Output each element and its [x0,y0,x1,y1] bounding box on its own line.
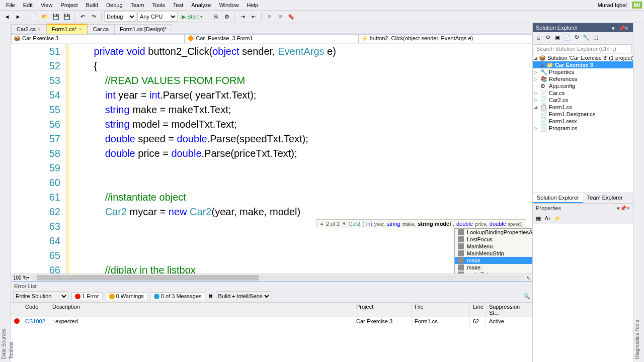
intellisense-popup[interactable]: LookupBindingPropertiesAttribute LostFoc… [454,228,532,274]
solution-search-input[interactable]: Search Solution Explorer (Ctrl+;) [534,44,632,53]
sync-icon[interactable]: ⟳ [544,34,552,42]
alpha-icon[interactable]: A↓ [544,214,552,222]
code-editor[interactable]: 51525354555657585960616263646566 private… [11,44,532,274]
tab-form1[interactable]: Form1.cs*× [46,24,88,34]
tab-form1-design[interactable]: Form1.cs [Design]* [114,24,173,34]
start-button[interactable]: ▶Start▾ [179,14,205,20]
close-icon[interactable]: × [79,27,82,32]
next-overload-icon[interactable]: ▼ [342,221,346,226]
intellisense-item[interactable]: LostFocus [455,236,532,243]
menu-build[interactable]: Build [82,1,102,9]
refresh-icon[interactable]: ↻ [573,34,581,42]
intellisense-item[interactable]: LookupBindingPropertiesAttribute [455,229,532,236]
user-badge[interactable]: MI [632,2,642,9]
tree-form1-cs[interactable]: ◢📋Form1.cs [533,104,633,111]
zoom-level[interactable]: 100 % [13,275,27,281]
menu-team[interactable]: Team [127,1,148,9]
menu-window[interactable]: Window [215,1,243,9]
close-icon[interactable]: × [38,27,41,32]
uncomment-icon[interactable]: ≡ [275,12,285,22]
tree-form1-designer[interactable]: 📄Form1.Designer.cs [533,111,633,118]
properties-icon[interactable]: 🔧 [582,34,590,42]
tree-car2-cs[interactable]: ▷📄Car2.cs [533,97,633,104]
home-icon[interactable]: ⌂ [534,34,542,42]
tab-car[interactable]: Car.cs [88,24,114,34]
comment-icon[interactable]: ≡ [264,12,274,22]
save-icon[interactable]: 💾 [51,12,61,22]
menu-view[interactable]: View [37,1,57,9]
menu-test[interactable]: Test [169,1,187,9]
user-name[interactable]: Murad Iqbal [595,1,630,9]
solution-explorer-header: Solution Explorer ▾📌× [533,23,633,32]
pin-icon[interactable]: 📌 [620,205,627,211]
config-select[interactable]: Debug [104,12,136,22]
new-icon[interactable]: 📄 [29,12,39,22]
menu-debug[interactable]: Debug [102,1,126,9]
horizontal-scrollbar[interactable] [31,275,524,281]
pin-icon[interactable]: 📌 [618,25,623,30]
tab-solution-explorer[interactable]: Solution Explorer [533,193,583,203]
outdent-icon[interactable]: ⇤ [249,12,259,22]
save-all-icon[interactable]: 💾 [62,12,72,22]
errors-filter[interactable]: 1 Error [71,292,103,300]
undo-icon[interactable]: ↶ [77,12,88,22]
open-icon[interactable]: 📂 [40,12,50,22]
nav-back-icon[interactable]: ◄ [2,12,12,22]
menu-analyze[interactable]: Analyze [187,1,215,9]
tree-form1-resx[interactable]: 📄Form1.resx [533,118,633,125]
search-icon[interactable]: 🔍 [523,293,530,300]
tree-car-cs[interactable]: ▷📄Car.cs [533,89,633,97]
nav-class[interactable]: 🔶 Car_Exercise_3.Form1 [185,34,358,43]
close-icon[interactable]: × [627,205,630,211]
code-body[interactable]: private void button2_Click(object sender… [69,44,532,274]
nav-method[interactable]: ⚡ button2_Click(object sender, EventArgs… [359,34,532,43]
intellisense-item[interactable]: make: [455,264,532,271]
tree-program-cs[interactable]: ▷📄Program.cs [533,125,633,132]
tool-icon[interactable]: ⚙ [222,12,232,22]
tree-appconfig[interactable]: ⚙App.config [533,82,633,89]
events-icon[interactable]: ⚡ [553,214,561,222]
warnings-filter[interactable]: 0 Warnings [106,292,147,300]
categorize-icon[interactable]: ▦ [534,214,542,222]
dropdown-icon[interactable]: ▾ [612,25,617,30]
menu-edit[interactable]: Edit [19,1,37,9]
collapse-icon[interactable]: ▣ [553,34,561,42]
menu-file[interactable]: File [2,1,19,9]
preview-icon[interactable]: ▢ [592,34,600,42]
error-row[interactable]: CS1002 ; expected Car Exercise 3 Form1.c… [11,317,532,326]
tab-car2[interactable]: Car2.cs× [11,24,46,34]
menu-help[interactable]: Help [243,1,263,9]
indent-icon[interactable]: ⇥ [237,12,248,22]
tree-project[interactable]: ◢📁Car Exercise 3 [533,61,633,68]
tree-references[interactable]: ▷📚References [533,75,633,82]
intellisense-item[interactable]: makeTxt [455,271,532,274]
redo-icon[interactable]: ↷ [89,12,99,22]
nav-project[interactable]: 📦 Car Exercise 3 [11,34,185,43]
prev-overload-icon[interactable]: ▲ [319,221,324,226]
intellisense-item[interactable]: MainMenuStrip [455,250,532,257]
menu-tools[interactable]: Tools [148,1,169,9]
properties-body[interactable] [533,224,633,363]
clear-icon[interactable]: ✖ [208,293,213,300]
platform-select[interactable]: Any CPU [137,12,178,22]
close-icon[interactable]: × [625,25,630,30]
solution-tree[interactable]: ◢📦Solution 'Car Exercise 3' (1 project) … [533,54,633,193]
bookmark-icon[interactable]: 🔖 [286,12,296,22]
error-grid[interactable]: Code Description Project File Line Suppr… [11,303,532,362]
show-all-icon[interactable]: 📄 [563,34,571,42]
right-sidebar: Diagnostics Tools [633,23,644,362]
nav-fwd-icon[interactable]: ► [13,12,23,22]
step-icon[interactable]: ⎘ [211,12,221,22]
intellisense-item[interactable]: MainMenu [455,243,532,250]
build-mode-select[interactable]: Build + IntelliSense [216,291,271,301]
tab-data-sources[interactable]: Data Sources [0,23,8,362]
tree-properties[interactable]: ▷🔧Properties [533,68,633,75]
intellisense-item-selected[interactable]: make [455,257,532,264]
messages-filter[interactable]: 0 of 3 Messages [150,292,205,300]
tree-solution-root[interactable]: ◢📦Solution 'Car Exercise 3' (1 project) [533,54,633,61]
scope-select[interactable]: Entire Solution [13,291,68,301]
menu-project[interactable]: Project [56,1,82,9]
tab-diagnostics[interactable]: Diagnostics Tools [633,23,641,362]
tab-team-explorer[interactable]: Team Explorer [583,193,627,203]
property-icon [458,250,464,256]
